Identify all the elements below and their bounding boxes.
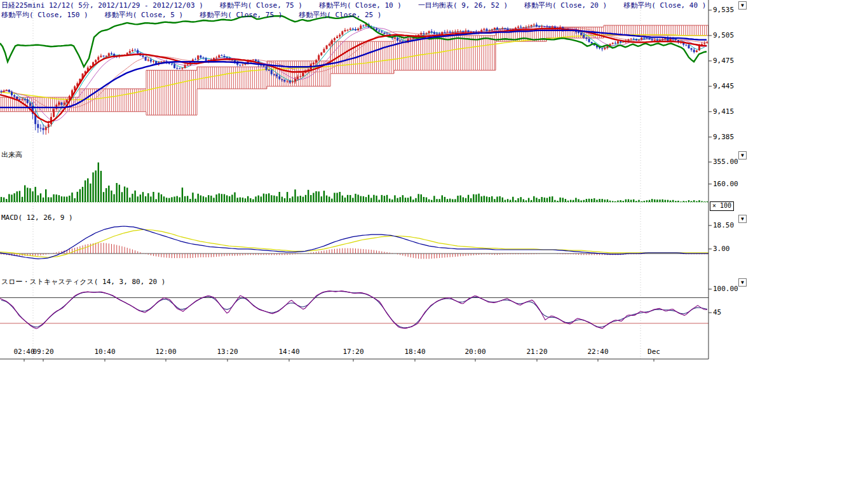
indicator-label: 移動平均( Close, 40 ) [623,1,706,10]
stochastics-d-line [1,291,707,328]
time-axis-label: 12:00 [155,348,176,356]
indicator-label: 移動平均( Close, 10 ) [319,1,402,10]
price-axis-label: 9,475 [713,57,734,65]
stochastics-pane-scroll-down-button[interactable]: ▼ [738,278,747,287]
time-axis-label: 20:00 [465,348,485,356]
stochastics-axis-label: 100.00 [713,285,738,293]
time-axis-label: 09:20 [32,348,53,356]
indicator-label: 移動平均( Close, 150 ) [1,11,88,19]
macd-pane-layer [0,226,709,259]
indicator-label: 移動平均( Close, 20 ) [524,1,607,10]
macd-pane-title: MACD( 12, 26, 9 ) [1,214,73,222]
indicator-header-row2: 移動平均( Close, 150 )移動平均( Close, 5 )移動平均( … [1,10,398,20]
ichimoku-cloud [0,25,709,115]
price-axis-label: 9,505 [713,31,734,39]
time-axis-label: 21:20 [526,348,547,356]
macd-line [0,226,709,259]
price-axis-label: 9,535 [713,6,734,14]
candlestick-layer [1,22,709,135]
macd-axis-label: 18.50 [713,221,734,229]
indicator-label: 移動平均( Close, 25 ) [299,11,381,19]
price-axis-label: 9,415 [713,107,734,116]
indicator-label: 一目均衡表( 9, 26, 52 ) [418,1,508,10]
stochastics-pane-layer [0,291,709,329]
volume-pane-title: 出来高 [1,150,22,159]
indicator-label: 移動平均( Close, 5 ) [105,11,183,19]
volume-pane-layer [1,163,707,202]
price-axis-label: 9,445 [713,82,734,90]
stochastics-axis-label: 45 [713,308,721,316]
macd-axis-label: 3.00 [713,245,730,253]
indicator-label: 移動平均( Close, 75 ) [200,11,282,19]
time-axis-label: 18:40 [404,348,425,356]
time-axis-label: 22:40 [587,348,608,356]
volume-multiplier-badge: × 100 [710,201,734,211]
chart-title: 日経225mini 12/12( 5分, 2012/11/29 - 2012/1… [1,1,203,10]
price-pane-layer [0,16,709,135]
time-axis-label: Dec [648,348,660,356]
time-axis-label: 13:20 [217,348,238,356]
volume-pane-scroll-down-button[interactable]: ▼ [738,151,747,159]
chart-window: 日経225mini 12/12( 5分, 2012/11/29 - 2012/1… [0,0,868,488]
stochastics-pane-title: スロー・ストキャスティクス( 14, 3, 80, 20 ) [1,277,165,287]
time-axis-label: 14:40 [278,348,299,356]
time-axis-label: 17:20 [342,348,363,356]
stochastics-k-line [0,291,707,329]
volume-axis-label: 355.00 [713,158,738,166]
macd-pane-scroll-down-button[interactable]: ▼ [738,215,747,223]
price-axis-label: 9,385 [713,133,734,141]
time-axis-label: 02:40 [13,348,34,356]
volume-axis-label: 160.00 [713,180,738,188]
indicator-header-row1: 日経225mini 12/12( 5分, 2012/11/29 - 2012/1… [1,1,722,10]
price-pane-scroll-down-button[interactable]: ▼ [738,1,747,10]
indicator-label: 移動平均( Close, 75 ) [220,1,302,10]
chart-canvas[interactable] [0,0,763,369]
time-axis-label: 10:40 [94,348,115,356]
